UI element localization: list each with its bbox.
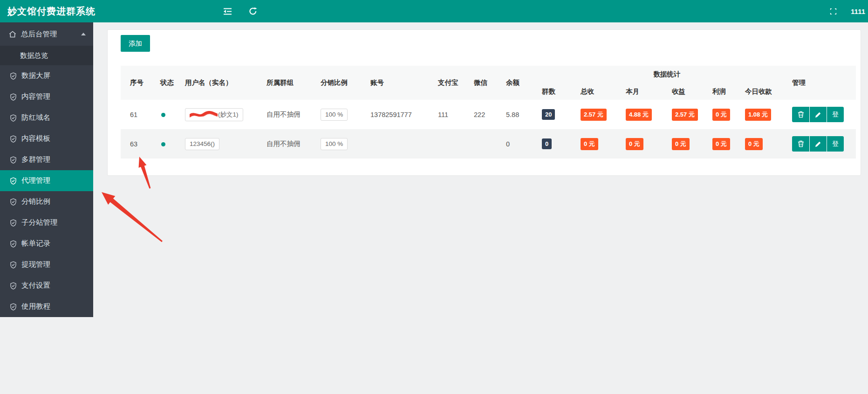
refresh-icon[interactable] [244, 0, 262, 22]
top-bar: 妙文馆付费进群系统 1111 [0, 0, 868, 22]
cell-month-income: 0 元 [626, 129, 672, 159]
col-seq: 序号 [121, 66, 160, 100]
cell-account [370, 129, 438, 159]
cell-wechat: 222 [474, 100, 506, 129]
shield-check-icon [10, 177, 17, 185]
sidebar-item-tutorial[interactable]: 使用教程 [0, 296, 93, 317]
cell-profit: 0 元 [712, 129, 745, 159]
username-box[interactable]: 123456() [185, 138, 219, 150]
col-profit: 利润 [712, 83, 745, 100]
pencil-icon [815, 141, 821, 147]
cell-total-income: 0 元 [581, 129, 626, 159]
shield-check-icon [10, 72, 17, 80]
shield-check-icon [10, 198, 17, 206]
edit-button[interactable] [809, 136, 827, 152]
cell-account: 13782591777 [370, 100, 438, 129]
cell-earnings: 0 元 [672, 129, 712, 159]
today-badge: 1.08 元 [745, 109, 771, 121]
shield-check-icon [10, 303, 17, 311]
sidebar-item-content-template[interactable]: 内容模板 [0, 128, 93, 149]
groups-badge: 0 [542, 138, 552, 149]
cell-month-income: 4.88 元 [626, 100, 672, 129]
add-button[interactable]: 添加 [121, 35, 150, 52]
cell-seq: 61 [121, 100, 160, 129]
col-balance: 余额 [506, 66, 542, 100]
sidebar-nav: 总后台管理 数据总览 数据大屏 内容管理 防红域名 内容模板 多群管理 代理管理… [0, 22, 93, 317]
cell-ratio: 100 % [321, 100, 370, 129]
ratio-box[interactable]: 100 % [321, 138, 348, 150]
login-as-button[interactable]: 登 [827, 136, 844, 152]
login-as-button[interactable]: 登 [827, 107, 844, 122]
col-group: 所属群组 [267, 66, 321, 100]
total-badge: 0 元 [581, 138, 598, 150]
cell-profit: 0 元 [712, 100, 745, 129]
cell-alipay [438, 129, 474, 159]
shield-check-icon [10, 114, 17, 122]
cell-group: 自用不抽佣 [267, 129, 321, 159]
sidebar-item-payment-settings[interactable]: 支付设置 [0, 275, 93, 296]
app-title: 妙文馆付费进群系统 [0, 5, 96, 18]
profit-badge: 0 元 [712, 109, 730, 121]
cell-balance: 0 [506, 129, 542, 159]
cell-today-income: 1.08 元 [745, 100, 792, 129]
sidebar-item-data-screen[interactable]: 数据大屏 [0, 65, 93, 86]
col-ratio: 分销比例 [321, 66, 370, 100]
col-earnings: 收益 [672, 83, 712, 100]
pencil-icon [815, 111, 821, 118]
sidebar-item-bill-records[interactable]: 帐单记录 [0, 233, 93, 254]
shield-check-icon [10, 261, 17, 269]
shield-check-icon [10, 219, 17, 227]
shield-check-icon [10, 282, 17, 290]
cell-seq: 63 [121, 129, 160, 159]
delete-button[interactable] [792, 107, 809, 122]
cell-status [160, 100, 185, 129]
username-text: (妙文1) [218, 111, 239, 119]
sidebar-item-multi-group[interactable]: 多群管理 [0, 149, 93, 170]
col-groups-count: 群数 [542, 83, 581, 100]
action-button-group: 登 [792, 136, 844, 152]
sidebar-item-agent-manage[interactable]: 代理管理 [0, 170, 93, 191]
shield-check-icon [10, 135, 17, 143]
trash-icon [798, 140, 804, 147]
cell-balance: 5.88 [506, 100, 542, 129]
profit-badge: 0 元 [712, 138, 730, 150]
shield-check-icon [10, 240, 17, 248]
delete-button[interactable] [792, 136, 809, 152]
fullscreen-icon[interactable] [824, 0, 842, 22]
sidebar-item-anti-red-domain[interactable]: 防红域名 [0, 107, 93, 128]
user-menu[interactable]: 1111 [850, 0, 866, 22]
cell-earnings: 2.57 元 [672, 100, 712, 129]
sidebar-item-withdraw-manage[interactable]: 提现管理 [0, 254, 93, 275]
col-wechat: 微信 [474, 66, 506, 100]
col-group-stats: 数据统计 [542, 66, 792, 83]
col-total-income: 总收 [581, 83, 626, 100]
cell-wechat [474, 129, 506, 159]
col-manage: 管理 [792, 66, 856, 100]
col-status: 状态 [160, 66, 185, 100]
table-row: 63 123456() 自用不抽佣 100 % 0 0 0 元 0 元 0 元 … [121, 129, 856, 159]
cell-total-income: 2.57 元 [581, 100, 626, 129]
groups-badge: 20 [542, 109, 555, 120]
sidebar-item-admin-root[interactable]: 总后台管理 [0, 22, 93, 46]
sidebar-item-distribution-ratio[interactable]: 分销比例 [0, 191, 93, 212]
action-button-group: 登 [792, 107, 844, 122]
trash-icon [798, 111, 804, 118]
cell-ratio: 100 % [321, 129, 370, 159]
col-username: 用户名（实名） [185, 66, 267, 100]
col-account: 账号 [370, 66, 438, 100]
chevron-up-icon [81, 33, 86, 35]
agents-table: 序号 状态 用户名（实名） 所属群组 分销比例 账号 支付宝 微信 余额 数据统… [121, 66, 856, 159]
col-today-income: 今日收款 [745, 83, 792, 100]
edit-button[interactable] [809, 107, 827, 122]
cell-today-income: 0 元 [745, 129, 792, 159]
cell-alipay: 111 [438, 100, 474, 129]
sidebar-item-substation-manage[interactable]: 子分站管理 [0, 212, 93, 233]
content-card: 添加 序号 状态 用户名（实名） 所属群组 分销比例 账号 支付宝 微信 余额 … [107, 29, 861, 176]
sidebar-item-content-manage[interactable]: 内容管理 [0, 86, 93, 107]
username-box[interactable]: (妙文1) [185, 108, 243, 121]
cell-username: (妙文1) [185, 100, 267, 129]
collapse-sidebar-icon[interactable] [218, 0, 237, 22]
ratio-box[interactable]: 100 % [321, 109, 348, 121]
cell-groups-count: 20 [542, 100, 581, 129]
sidebar-item-data-overview[interactable]: 数据总览 [0, 46, 93, 65]
